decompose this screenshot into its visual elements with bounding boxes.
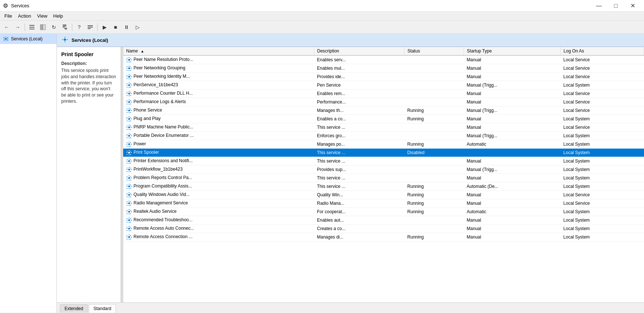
cell-description: Enables aut... [314, 216, 404, 225]
svg-point-35 [128, 236, 130, 238]
right-panel: Name ▲ Description Status Startup Type L… [123, 47, 644, 302]
app-icon: ⚙ [3, 2, 8, 9]
resume-button[interactable]: ▷ [132, 22, 143, 32]
cell-logon-as: Local System [560, 225, 644, 233]
refresh-button[interactable]: ↻ [49, 22, 59, 32]
table-row[interactable]: PNRP Machine Name Public...This service … [123, 123, 644, 132]
table-row[interactable]: Program Compatibility Assis...This servi… [123, 182, 644, 191]
bottom-tabs: Extended Standard [57, 302, 644, 313]
table-row[interactable]: Performance Logs & AlertsPerformance...M… [123, 98, 644, 106]
cell-status [405, 123, 464, 132]
svg-point-23 [128, 135, 130, 137]
cell-startup-type: Manual [464, 98, 561, 106]
svg-point-32 [128, 211, 130, 213]
cell-description: Manages th... [314, 106, 404, 115]
cell-status [405, 216, 464, 225]
cell-startup-type: Manual [464, 73, 561, 81]
scope-pane-button[interactable] [38, 22, 48, 32]
cell-startup-type: Manual [464, 225, 561, 233]
window-title: Services [11, 3, 29, 8]
column-header-logon-as[interactable]: Log On As [560, 47, 644, 55]
tab-extended[interactable]: Extended [60, 304, 88, 313]
table-row[interactable]: Plug and PlayEnables a co...RunningManua… [123, 115, 644, 123]
cell-logon-as: Local Service [560, 123, 644, 132]
menu-action[interactable]: Action [15, 12, 34, 20]
cell-name: Recommended Troubleshoo... [123, 216, 314, 225]
table-row[interactable]: Peer Networking GroupingEnables mul...Ma… [123, 64, 644, 73]
sidebar-item-services-local[interactable]: Services (Local) [0, 34, 56, 44]
content-area: Services (Local) Print Spooler Descripti… [57, 34, 644, 313]
cell-name: Realtek Audio Service [123, 208, 314, 216]
table-row[interactable]: Phone ServiceManages th...RunningManual … [123, 106, 644, 115]
cell-startup-type: Manual [464, 90, 561, 98]
table-row[interactable]: Print SpoolerThis service ...DisabledLoc… [123, 149, 644, 157]
cell-status [405, 132, 464, 140]
cell-logon-as: Local System [560, 182, 644, 191]
svg-point-33 [128, 219, 130, 221]
cell-status: Running [405, 140, 464, 149]
content-header-icon [61, 36, 69, 45]
cell-startup-type: Manual [464, 64, 561, 73]
column-header-description[interactable]: Description [314, 47, 404, 55]
description-label: Description: [61, 61, 116, 66]
table-row[interactable]: Recommended Troubleshoo...Enables aut...… [123, 216, 644, 225]
menu-view[interactable]: View [34, 12, 50, 20]
close-button[interactable]: ✕ [624, 0, 641, 12]
svg-point-13 [64, 39, 66, 41]
column-header-startup-type[interactable]: Startup Type [464, 47, 561, 55]
tab-standard[interactable]: Standard [89, 304, 116, 313]
back-button[interactable]: ← [1, 22, 12, 32]
cell-name: Problem Reports Control Pa... [123, 174, 314, 182]
sidebar-item-label: Services (Local) [11, 36, 43, 41]
svg-rect-11 [88, 28, 91, 29]
cell-startup-type: Manual (Trigg... [464, 165, 561, 174]
play-button[interactable]: ▶ [99, 22, 110, 32]
table-row[interactable]: PrintWorkflow_1b1be423Provides sup...Man… [123, 165, 644, 174]
cell-startup-type: Manual (Trigg... [464, 132, 561, 140]
help-button[interactable]: ? [74, 22, 84, 32]
table-row[interactable]: Remote Access Connection ...Manages di..… [123, 233, 644, 241]
export-button[interactable] [60, 22, 70, 32]
forward-button[interactable]: → [12, 22, 23, 32]
properties-button[interactable] [85, 22, 95, 32]
table-row[interactable]: Portable Device Enumerator ...Enforces g… [123, 132, 644, 140]
stop-button[interactable]: ■ [110, 22, 121, 32]
pause-button[interactable]: ⏸ [121, 22, 132, 32]
table-row[interactable]: Peer Name Resolution Proto...Enables ser… [123, 55, 644, 64]
svg-rect-2 [29, 29, 34, 29]
svg-point-31 [128, 203, 130, 204]
cell-name: Peer Networking Identity M... [123, 73, 314, 81]
cell-description: Quality Win... [314, 191, 404, 199]
cell-description: Radio Mana... [314, 199, 404, 208]
table-row[interactable]: Remote Access Auto Connec...Creates a co… [123, 225, 644, 233]
cell-status: Running [405, 115, 464, 123]
cell-name: Remote Access Connection ... [123, 233, 314, 241]
menu-help[interactable]: Help [50, 12, 66, 20]
table-row[interactable]: PenService_1b1be423Pen ServiceManual (Tr… [123, 81, 644, 90]
table-row[interactable]: Printer Extensions and Notifi...This ser… [123, 157, 644, 165]
maximize-button[interactable]: □ [607, 0, 624, 12]
table-row[interactable]: Problem Reports Control Pa...This servic… [123, 174, 644, 182]
column-header-name[interactable]: Name ▲ [123, 47, 314, 55]
cell-logon-as: Local System [560, 81, 644, 90]
svg-point-21 [128, 118, 130, 120]
cell-name: PrintWorkflow_1b1be423 [123, 165, 314, 174]
console-tree-button[interactable] [27, 22, 37, 32]
svg-point-19 [128, 101, 130, 103]
table-row[interactable]: PowerManages po...RunningAutomaticLocal … [123, 140, 644, 149]
cell-name: Phone Service [123, 106, 314, 115]
cell-logon-as: Local System [560, 149, 644, 157]
table-row[interactable]: Radio Management ServiceRadio Mana...Run… [123, 199, 644, 208]
table-row[interactable]: Realtek Audio ServiceFor cooperat...Runn… [123, 208, 644, 216]
table-row[interactable]: Peer Networking Identity M...Provides id… [123, 73, 644, 81]
menu-file[interactable]: File [1, 12, 15, 20]
cell-description: Performance... [314, 98, 404, 106]
minimize-button[interactable]: — [590, 0, 607, 12]
svg-point-17 [128, 84, 130, 86]
cell-description: This service ... [314, 123, 404, 132]
table-row[interactable]: Quality Windows Audio Vid...Quality Win.… [123, 191, 644, 199]
svg-point-22 [128, 127, 130, 128]
table-row[interactable]: Performance Counter DLL H...Enables rem.… [123, 90, 644, 98]
cell-logon-as: Local System [560, 174, 644, 182]
column-header-status[interactable]: Status [405, 47, 464, 55]
